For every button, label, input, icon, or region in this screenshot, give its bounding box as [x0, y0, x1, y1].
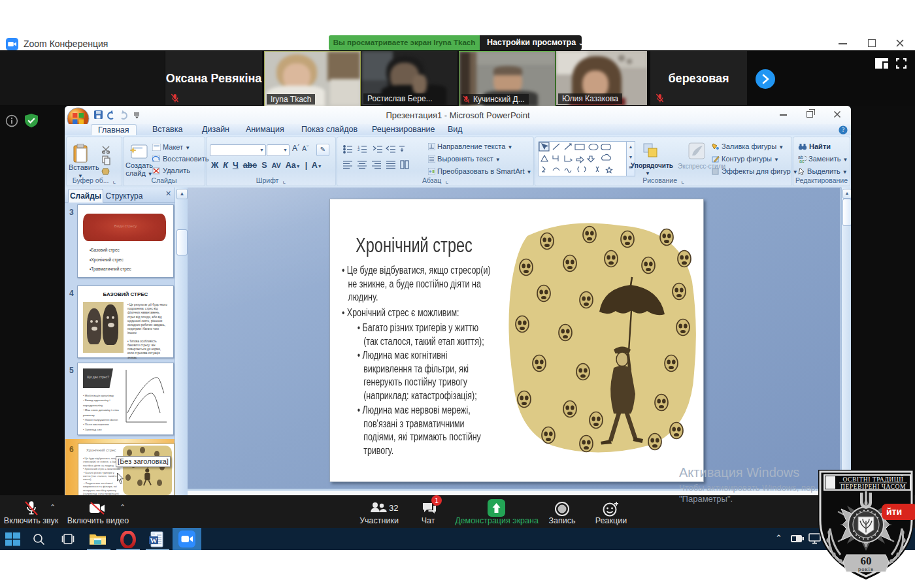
svg-text:2: 2	[358, 148, 360, 152]
svg-text:років: років	[858, 566, 874, 572]
svg-text:?: ?	[842, 127, 844, 133]
svg-text:W: W	[150, 536, 158, 544]
svg-text:ПЕРЕВІРЕНІ ЧАСОМ: ПЕРЕВІРЕНІ ЧАСОМ	[840, 483, 906, 490]
svg-text:ОСВІТНІ ТРАДИЦІЇ: ОСВІТНІ ТРАДИЦІЇ	[842, 476, 903, 483]
svg-text:ac: ac	[799, 159, 805, 163]
